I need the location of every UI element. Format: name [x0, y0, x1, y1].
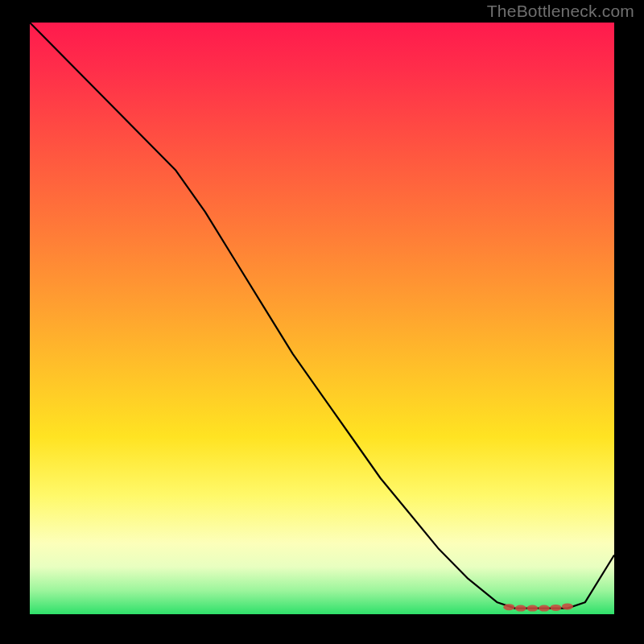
plot-area — [30, 23, 614, 614]
chart-svg — [30, 23, 614, 614]
valley-marker — [515, 605, 526, 612]
chart-root: TheBottleneck.com — [0, 0, 644, 644]
valley-marker — [503, 604, 514, 610]
attribution-text: TheBottleneck.com — [487, 2, 634, 21]
bottleneck-curve — [30, 23, 614, 609]
valley-marker — [526, 605, 538, 612]
valley-marker — [562, 603, 573, 609]
valley-marker — [550, 605, 561, 611]
valley-marker — [539, 605, 550, 612]
